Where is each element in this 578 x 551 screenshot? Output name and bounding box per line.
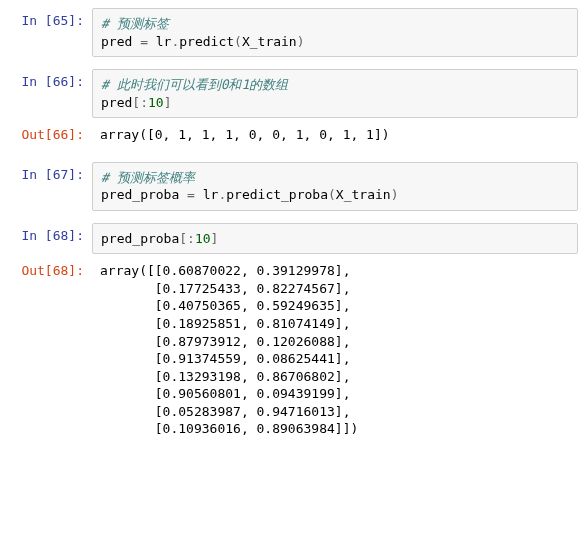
code-token: lr — [203, 187, 219, 202]
code-token: = — [132, 34, 155, 49]
code-token: ] — [211, 231, 219, 246]
code-input-67[interactable]: # 预测标签概率 pred_proba = lr.predict_proba(X… — [92, 162, 578, 211]
code-token: [ — [179, 231, 187, 246]
code-token: 10 — [195, 231, 211, 246]
in-prompt-68: In [68]: — [0, 223, 92, 245]
code-token: predict_proba — [226, 187, 328, 202]
code-token: ( — [234, 34, 242, 49]
code-token: X_train — [242, 34, 297, 49]
cell-68-input: In [68]: pred_proba[:10] — [0, 221, 578, 257]
code-token: ( — [328, 187, 336, 202]
in-prompt-66: In [66]: — [0, 69, 92, 91]
cell-65-input: In [65]: # 预测标签 pred = lr.predict(X_trai… — [0, 6, 578, 59]
code-token: pred_proba — [101, 187, 179, 202]
code-input-65[interactable]: # 预测标签 pred = lr.predict(X_train) — [92, 8, 578, 57]
output-text-68: array([[0.60870022, 0.39129978], [0.1772… — [92, 258, 578, 443]
notebook: In [65]: # 预测标签 pred = lr.predict(X_trai… — [0, 0, 578, 466]
out-prompt-68: Out[68]: — [0, 258, 92, 280]
code-token: X_train — [336, 187, 391, 202]
in-prompt-65: In [65]: — [0, 8, 92, 30]
code-token: ) — [391, 187, 399, 202]
code-token: [ — [132, 95, 140, 110]
code-token: predict — [179, 34, 234, 49]
output-text-66: array([0, 1, 1, 1, 0, 0, 1, 0, 1, 1]) — [92, 122, 578, 150]
code-input-66[interactable]: # 此时我们可以看到0和1的数组 pred[:10] — [92, 69, 578, 118]
comment: # 预测标签 — [101, 16, 169, 31]
code-token: 10 — [148, 95, 164, 110]
code-token: pred — [101, 34, 132, 49]
out-prompt-66: Out[66]: — [0, 122, 92, 144]
code-token: pred_proba — [101, 231, 179, 246]
cell-67-input: In [67]: # 预测标签概率 pred_proba = lr.predic… — [0, 160, 578, 213]
comment: # 此时我们可以看到0和1的数组 — [101, 77, 288, 92]
cell-66-input: In [66]: # 此时我们可以看到0和1的数组 pred[:10] — [0, 67, 578, 120]
code-token: : — [187, 231, 195, 246]
code-token: pred — [101, 95, 132, 110]
comment: # 预测标签概率 — [101, 170, 195, 185]
code-token: : — [140, 95, 148, 110]
code-token: ) — [297, 34, 305, 49]
cell-68-output: Out[68]: array([[0.60870022, 0.39129978]… — [0, 256, 578, 445]
code-token: ] — [164, 95, 172, 110]
cell-66-output: Out[66]: array([0, 1, 1, 1, 0, 0, 1, 0, … — [0, 120, 578, 152]
in-prompt-67: In [67]: — [0, 162, 92, 184]
code-token: = — [179, 187, 202, 202]
code-input-68[interactable]: pred_proba[:10] — [92, 223, 578, 255]
code-token: lr — [156, 34, 172, 49]
